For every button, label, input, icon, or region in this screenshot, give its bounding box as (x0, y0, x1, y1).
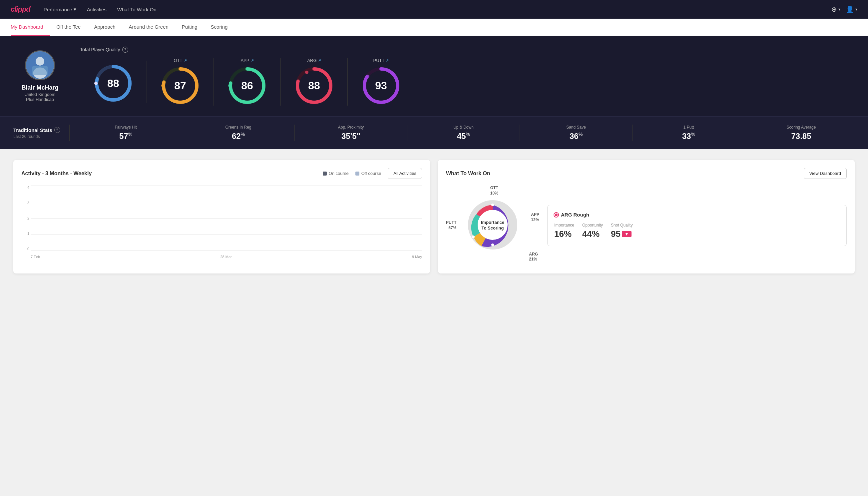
stat-app-proximity-value: 35'5" (342, 131, 360, 141)
activity-legend: On course Off course (323, 171, 381, 176)
tpq-section: Total Player Quality ? 88 OTT (80, 47, 855, 106)
stat-one-putt: 1 Putt 33% (635, 125, 742, 141)
user-chevron-icon: ▾ (855, 7, 857, 12)
svg-point-1 (36, 57, 44, 66)
donut-label-putt: PUTT 57% (446, 220, 456, 231)
activity-card: Activity - 3 Months - Weekly On course O… (13, 160, 430, 274)
ott-arrow-icon: ↗ (184, 58, 187, 63)
legend-on-course: On course (323, 171, 349, 176)
metric-shot-quality-label: Shot Quality (611, 223, 632, 228)
legend-off-course: Off course (356, 171, 381, 176)
x-axis-labels: 7 Feb 28 Mar 9 May (31, 255, 422, 259)
tpq-help-icon[interactable]: ? (122, 47, 128, 52)
metric-importance-label: Importance (554, 223, 574, 228)
stat-sand-save-value: 36% (570, 131, 583, 141)
on-course-dot (323, 172, 327, 175)
stat-up-down-value: 45% (457, 131, 470, 141)
hero-section: Blair McHarg United Kingdom Plus Handica… (0, 36, 868, 116)
stat-fairways-hit-label: Fairways Hit (114, 125, 137, 129)
app-arrow-icon: ↗ (251, 58, 254, 63)
wtwo-card-header: What To Work On View Dashboard (446, 168, 847, 179)
score-app-value: 86 (241, 80, 253, 92)
donut-center-text: Importance To Scoring (481, 220, 504, 231)
score-arg-value: 88 (308, 80, 320, 92)
score-app: APP ↗ 86 (214, 58, 281, 106)
avatar-image (26, 50, 54, 80)
stats-title: Traditional Stats ? (13, 127, 67, 133)
tab-off-the-tee[interactable]: Off the Tee (50, 19, 88, 36)
player-country: United Kingdom (25, 92, 56, 97)
stat-sand-save: Sand Save 36% (523, 125, 630, 141)
bars-container (31, 186, 422, 251)
tab-approach[interactable]: Approach (87, 19, 122, 36)
segment-dot-top (491, 203, 494, 206)
info-metrics: Importance 16% Opportunity 44% Shot Qual… (554, 223, 840, 239)
user-menu-button[interactable]: 👤 ▾ (846, 5, 857, 13)
tab-scoring[interactable]: Scoring (204, 19, 235, 36)
score-ott-label: OTT ↗ (174, 58, 187, 63)
player-handicap: Plus Handicap (26, 97, 54, 102)
score-app-label: APP ↗ (240, 58, 253, 63)
nav-right-icons: ⊕ ▾ 👤 ▾ (831, 5, 857, 13)
score-arg: ARG ↗ 88 (281, 58, 348, 106)
stat-one-putt-label: 1 Putt (683, 125, 694, 129)
score-putt-value: 93 (375, 80, 387, 92)
stat-greens-label: Greens In Reg (225, 125, 251, 129)
stat-scoring-avg-value: 73.85 (791, 131, 811, 141)
nav-performance[interactable]: Performance ▾ (44, 6, 76, 12)
metric-opportunity-label: Opportunity (582, 223, 603, 228)
score-putt: PUTT ↗ 93 (348, 58, 414, 106)
metric-shot-quality: Shot Quality 95 ▼ (611, 223, 632, 239)
score-putt-ring: 93 (361, 66, 401, 106)
score-ott: OTT ↗ 87 (147, 58, 214, 106)
svg-point-18 (366, 75, 369, 78)
svg-rect-3 (32, 66, 48, 75)
svg-point-12 (228, 84, 232, 87)
activity-card-header: Activity - 3 Months - Weekly On course O… (21, 168, 422, 179)
info-card: ARG Rough Importance 16% Opportunity 44%… (547, 205, 847, 246)
score-ott-ring: 87 (160, 66, 200, 106)
chevron-down-icon: ▾ (74, 6, 76, 12)
stat-divider-3 (407, 125, 407, 141)
tab-bar: My Dashboard Off the Tee Approach Around… (0, 19, 868, 36)
score-arg-ring: 88 (294, 66, 334, 106)
stats-subtitle: Last 20 rounds (13, 134, 67, 139)
info-card-dot (554, 213, 558, 217)
metric-opportunity-value: 44% (582, 229, 603, 239)
stat-divider-1 (182, 125, 182, 141)
segment-dot-bottom (491, 244, 494, 246)
all-activities-button[interactable]: All Activities (388, 168, 422, 179)
y-axis-labels: 4 3 2 1 0 (21, 186, 29, 251)
tab-my-dashboard[interactable]: My Dashboard (11, 19, 50, 36)
brand-logo: clippd (11, 5, 30, 14)
metric-importance: Importance 16% (554, 223, 574, 239)
add-button[interactable]: ⊕ ▾ (831, 5, 840, 13)
donut-label-arg: ARG 21% (529, 252, 538, 262)
arg-arrow-icon: ↗ (318, 58, 321, 63)
svg-point-9 (161, 84, 164, 87)
stat-app-proximity-label: App. Proximity (338, 125, 364, 129)
nav-what-to-work-on[interactable]: What To Work On (117, 6, 157, 12)
score-total: 88 (80, 61, 147, 103)
stat-sand-save-label: Sand Save (566, 125, 586, 129)
player-avatar (25, 50, 55, 80)
plus-circle-icon: ⊕ (831, 5, 837, 13)
activity-chart-area: 4 3 2 1 0 7 Feb 28 Mar 9 May (21, 186, 422, 259)
donut-chart-wrapper: PUTT 57% OTT 10% APP 12% ARG (446, 186, 539, 265)
donut-with-labels: PUTT 57% OTT 10% APP 12% ARG (446, 186, 539, 265)
main-content: Activity - 3 Months - Weekly On course O… (0, 149, 868, 284)
score-ott-value: 87 (174, 80, 186, 92)
putt-arrow-icon: ↗ (386, 58, 389, 63)
stats-help-icon[interactable]: ? (54, 127, 60, 133)
view-dashboard-button[interactable]: View Dashboard (804, 168, 847, 179)
metric-opportunity: Opportunity 44% (582, 223, 603, 239)
stat-divider-4 (520, 125, 520, 141)
stats-bar: Traditional Stats ? Last 20 rounds Fairw… (0, 116, 868, 149)
tab-putting[interactable]: Putting (175, 19, 204, 36)
stat-fairways-hit-value: 57% (119, 131, 132, 141)
wtwo-content: PUTT 57% OTT 10% APP 12% ARG (446, 186, 847, 265)
tab-around-the-green[interactable]: Around the Green (122, 19, 175, 36)
stat-fairways-hit: Fairways Hit 57% (72, 125, 179, 141)
stat-up-and-down: Up & Down 45% (410, 125, 517, 141)
nav-activities[interactable]: Activities (87, 6, 107, 12)
